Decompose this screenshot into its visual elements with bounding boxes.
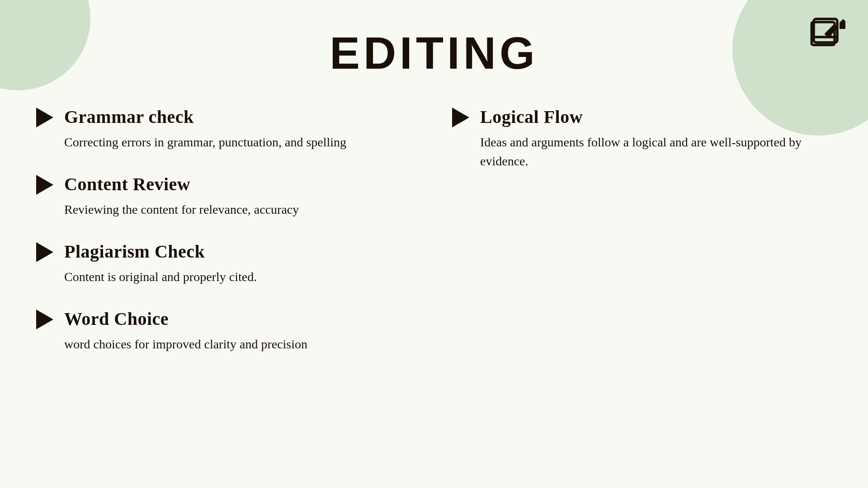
play-icon-content-review [36,175,53,195]
svg-rect-3 [814,19,837,42]
content-area: Grammar check Correcting errors in gramm… [0,106,868,354]
item-header-word-choice: Word Choice [36,308,416,329]
list-item-word-choice: Word Choice word choices for improved cl… [36,308,416,354]
item-header-plagiarism: Plagiarism Check [36,241,416,262]
list-item-plagiarism-check: Plagiarism Check Content is original and… [36,241,416,286]
grammar-check-title: Grammar check [64,106,194,127]
logical-flow-description: Ideas and arguments follow a logical and… [452,133,832,171]
play-icon-logical-flow [452,108,469,127]
list-item-grammar-check: Grammar check Correcting errors in gramm… [36,106,416,152]
word-choice-description: word choices for improved clarity and pr… [36,335,416,354]
content-review-description: Reviewing the content for relevance, acc… [36,200,416,219]
grammar-check-description: Correcting errors in grammar, punctuatio… [36,133,416,152]
play-icon-word-choice [36,310,53,329]
edit-icon-svg [811,14,845,47]
play-icon-grammar [36,108,53,127]
content-review-title: Content Review [64,174,190,195]
right-column: Logical Flow Ideas and arguments follow … [452,106,832,354]
plagiarism-check-title: Plagiarism Check [64,241,205,262]
page-title: EDITING [0,0,868,79]
word-choice-title: Word Choice [64,308,169,329]
plagiarism-check-description: Content is original and properly cited. [36,267,416,286]
play-icon-plagiarism [36,242,53,262]
left-column: Grammar check Correcting errors in gramm… [36,106,416,354]
edit-icon-wrapper [811,14,845,49]
item-header-content-review: Content Review [36,174,416,195]
item-header-grammar: Grammar check [36,106,416,127]
logical-flow-title: Logical Flow [480,106,583,127]
list-item-content-review: Content Review Reviewing the content for… [36,174,416,219]
